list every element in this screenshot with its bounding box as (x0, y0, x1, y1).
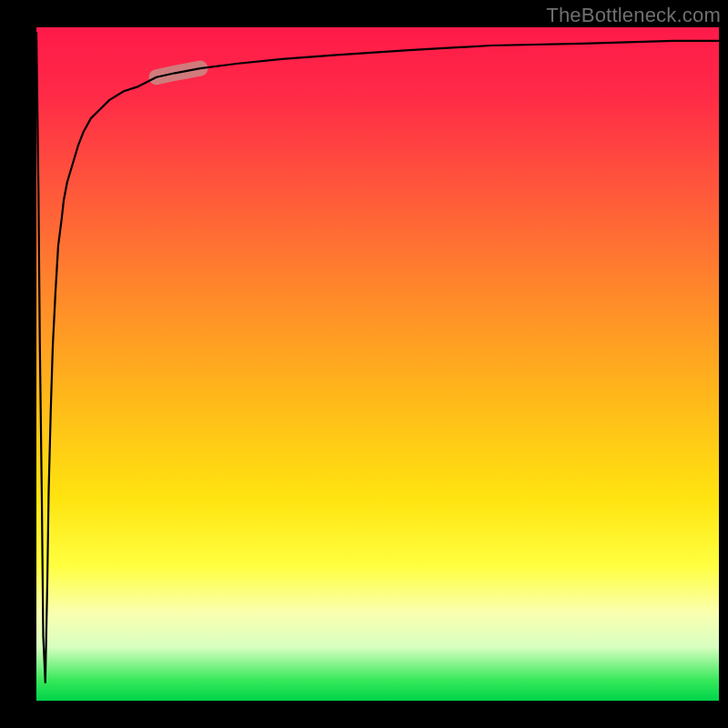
plot-area (36, 27, 719, 701)
bottleneck-curve (36, 32, 719, 682)
watermark-label: TheBottleneck.com (546, 4, 721, 27)
chart-frame: TheBottleneck.com (0, 0, 728, 728)
curve-svg (36, 27, 719, 701)
